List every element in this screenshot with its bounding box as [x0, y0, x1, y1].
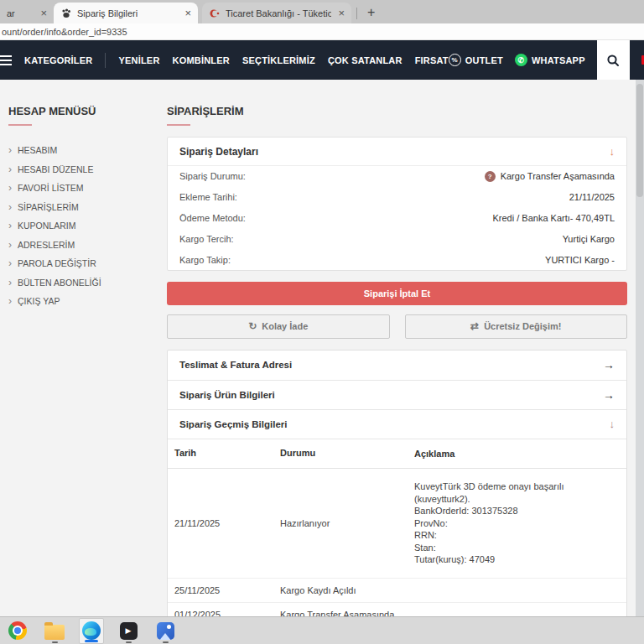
status-text: Kargo Transfer Aşamasında [501, 171, 615, 181]
sidebar-item-favori-listem[interactable]: ›FAVORİ LİSTEM [8, 179, 151, 198]
edge-icon[interactable] [79, 618, 104, 644]
chevron-right-icon: › [8, 144, 12, 156]
sidebar-item-kuponlarim[interactable]: ›KUPONLARIM [8, 216, 151, 236]
section-products-header[interactable]: Sipariş Ürün Bilgileri → [168, 380, 626, 409]
detail-row-status: Sipariş Durumu: ? Kargo Transfer Aşaması… [168, 166, 626, 187]
collapse-arrow-icon[interactable]: ↓ [610, 145, 615, 158]
outlet-link[interactable]: % OUTLET [449, 54, 503, 66]
sidebar-title: HESAP MENÜSÜ [8, 105, 151, 117]
column-header-date: Tarih [168, 439, 273, 469]
section-products-title: Sipariş Ürün Bilgileri [179, 390, 275, 400]
browser-tab-bar: ar × Sipariş Bilgileri × Ticaret Bakanlı… [0, 0, 644, 23]
tab-divider [356, 8, 357, 19]
tab-title: Ticaret Bakanlığı - Tüketici Hakem [226, 8, 331, 18]
easy-return-label: Kolay İade [262, 321, 308, 331]
search-button[interactable] [597, 40, 630, 80]
nav-item-kategoriler[interactable]: KATEGORİLER [24, 55, 92, 65]
active-indicator [85, 640, 98, 642]
detail-row-payment: Ödeme Metodu: Kredi / Banka Kartı- 470,4… [168, 208, 626, 229]
file-explorer-icon[interactable] [42, 618, 67, 644]
tab-siparis-bilgileri[interactable]: Sipariş Bilgileri × [54, 3, 198, 23]
os-taskbar: ▶ [0, 616, 644, 644]
easy-return-button[interactable]: ↻ Kolay İade [167, 314, 390, 339]
new-tab-button[interactable]: + [362, 5, 380, 20]
detail-value: 21/11/2025 [569, 192, 615, 202]
whatsapp-label: WHATSAPP [532, 55, 585, 65]
history-status: Hazırlanıyor [273, 512, 408, 535]
sidebar-item-label: KUPONLARIM [18, 221, 75, 231]
chevron-right-icon: › [8, 182, 12, 194]
title-underline [8, 124, 32, 126]
main-content: SİPARİŞLERİM Sipariş Detayları ↓ Sipariş… [167, 80, 627, 644]
sidebar-item-label: PAROLA DEĞİŞTİR [18, 258, 96, 268]
url-bar[interactable]: ount/order/info&order_id=9335 [0, 23, 644, 40]
site-favicon-icon [60, 8, 72, 19]
section-address-header[interactable]: Teslimat & Fatura Adresi → [168, 351, 626, 380]
detail-label: Kargo Takip: [179, 255, 231, 265]
expand-arrow-icon[interactable]: → [603, 358, 615, 371]
sidebar-item-label: BÜLTEN ABONELİĞİ [18, 278, 101, 288]
nav-item-sectiklerimiz[interactable]: SEÇTİKLERİMİZ [242, 55, 315, 65]
media-player-icon[interactable]: ▶ [116, 618, 141, 644]
close-icon[interactable]: × [331, 7, 345, 19]
tab-title: ar [7, 8, 15, 18]
detail-row-tracking: Kargo Takip: YURTICI Kargo - [168, 249, 626, 270]
detail-value: ? Kargo Transfer Aşamasında [485, 171, 615, 182]
sidebar-item-label: HESABIM [18, 145, 57, 155]
expand-arrow-icon[interactable]: → [603, 388, 615, 402]
sidebar-item-cikis-yap[interactable]: ›ÇIKIŞ YAP [8, 292, 151, 311]
cancel-order-button[interactable]: Siparişi İptal Et [167, 282, 627, 305]
collapse-arrow-icon[interactable]: ↓ [610, 418, 615, 430]
detail-value: Yurtiçi Kargo [563, 234, 615, 244]
history-date: 25/11/2025 [168, 579, 273, 602]
sidebar-item-label: FAVORİ LİSTEM [18, 183, 84, 193]
order-details-header[interactable]: Sipariş Detayları ↓ [168, 138, 626, 166]
nav-item-cok-satanlar[interactable]: ÇOK SATANLAR [328, 55, 402, 65]
nav-item-firsat[interactable]: FIRSAT [415, 55, 449, 65]
sidebar-item-bulten-aboneligi[interactable]: ›BÜLTEN ABONELİĞİ [8, 273, 151, 293]
running-indicator [163, 641, 169, 643]
close-icon[interactable]: × [34, 7, 47, 19]
order-history-table: Tarih Durumu Açıklama 21/11/2025 Hazırla… [168, 439, 626, 626]
whatsapp-icon: ✆ [515, 54, 527, 66]
sidebar-item-adreslerim[interactable]: ›ADRESLERİM [8, 236, 151, 255]
page-title: SİPARİŞLERİM [167, 105, 627, 117]
detail-row-shipping: Kargo Tercih: Yurtiçi Kargo [168, 228, 626, 249]
hamburger-icon[interactable] [0, 55, 12, 65]
scrollbar[interactable] [636, 80, 644, 616]
sidebar-item-siparislerim[interactable]: ›SİPARİŞLERİM [8, 198, 151, 217]
chevron-right-icon: › [8, 201, 12, 213]
sidebar-item-label: ÇIKIŞ YAP [18, 296, 60, 306]
play-icon: ▶ [120, 622, 138, 640]
tab-previous[interactable]: ar × [0, 3, 54, 23]
whatsapp-link[interactable]: ✆ WHATSAPP [515, 54, 585, 66]
chevron-right-icon: › [8, 164, 12, 175]
nav-item-yeniler[interactable]: YENİLER [118, 55, 159, 65]
navbar-right: % OUTLET ✆ WHATSAPP TRY TR [449, 40, 644, 80]
photos-icon[interactable] [153, 618, 178, 644]
close-icon[interactable]: × [178, 7, 191, 19]
history-status: Kargo Kaydı Açıldı [273, 579, 408, 602]
url-text: ount/order/info&order_id=9335 [2, 27, 127, 37]
outlet-label: OUTLET [465, 55, 503, 65]
section-history-title: Sipariş Geçmiş Bilgileri [179, 419, 287, 429]
sidebar-item-label: HESABI DÜZENLE [18, 164, 93, 174]
sidebar-item-hesabi-duzenle[interactable]: ›HESABI DÜZENLE [8, 160, 151, 179]
scrollbar-thumb[interactable] [636, 84, 643, 197]
chrome-icon[interactable] [5, 618, 30, 644]
free-exchange-label: Ücretsiz Değişim! [484, 321, 561, 331]
section-history-header[interactable]: Sipariş Geçmiş Bilgileri ↓ [168, 409, 626, 439]
detail-label: Kargo Tercih: [179, 234, 234, 244]
tab-title: Sipariş Bilgileri [77, 8, 138, 18]
tab-ticaret-bakanligi[interactable]: Ticaret Bakanlığı - Tüketici Hakem × [202, 3, 351, 23]
site-navbar: KATEGORİLER YENİLER KOMBİNLER SEÇTİKLERİ… [0, 40, 644, 80]
column-header-desc: Açıklama [408, 439, 626, 469]
free-exchange-button[interactable]: ⇄ Ücretsiz Değişim! [405, 314, 628, 339]
sidebar-item-hesabim[interactable]: ›HESABIM [8, 141, 151, 160]
sidebar-item-label: ADRESLERİM [18, 240, 75, 250]
order-details-panel: Sipariş Detayları ↓ Sipariş Durumu: ? Ka… [167, 137, 627, 271]
nav-item-kombinler[interactable]: KOMBİNLER [173, 55, 230, 65]
sidebar-item-parola-degistir[interactable]: ›PAROLA DEĞİŞTİR [8, 254, 151, 273]
chevron-right-icon: › [8, 257, 12, 269]
chevron-right-icon: › [8, 277, 12, 288]
